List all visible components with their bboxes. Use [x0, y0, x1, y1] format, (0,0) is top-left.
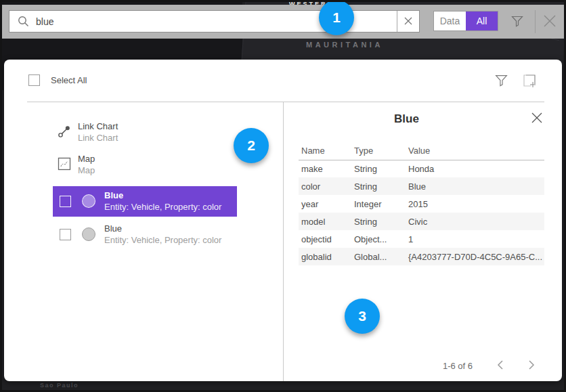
add-to-selection-button[interactable] — [521, 73, 538, 89]
result-title: Blue — [104, 223, 221, 234]
clear-search-button[interactable] — [397, 11, 419, 32]
detail-panel: Blue Name Type Value make Str — [284, 102, 562, 381]
annotation-callout-2: 2 — [234, 128, 269, 163]
close-search-button[interactable] — [541, 13, 559, 30]
x-close-icon — [542, 14, 557, 30]
results-panel: Select All — [4, 60, 562, 381]
cell-name: year — [299, 195, 351, 213]
cell-name: make — [299, 160, 351, 177]
close-detail-button[interactable] — [529, 111, 544, 126]
cell-name: model — [299, 213, 351, 230]
result-title: Blue — [104, 190, 221, 201]
x-clear-icon — [404, 16, 412, 28]
cell-type: String — [351, 213, 406, 230]
cell-value: {A4203777-D70D-4C5C-9A65-C... — [406, 248, 544, 265]
table-row[interactable]: color String Blue — [299, 177, 544, 195]
table-row[interactable]: objectid Object... 1 — [299, 230, 544, 248]
table-row[interactable]: model String Civic — [299, 213, 544, 230]
previous-page-button[interactable] — [497, 360, 504, 372]
toggle-option-all[interactable]: All — [466, 12, 498, 30]
cell-name: objectid — [299, 230, 351, 248]
entity-circle-icon — [82, 194, 95, 208]
detail-title: Blue — [284, 112, 529, 126]
cell-type: String — [351, 160, 406, 177]
list-item-blue[interactable]: Blue Entity: Vehicle, Property: color — [53, 219, 237, 250]
cell-value: Blue — [406, 177, 544, 195]
result-subtitle: Link Chart — [78, 132, 118, 144]
search-box — [9, 10, 420, 32]
result-subtitle: Entity: Vehicle, Property: color — [104, 201, 221, 213]
result-checkbox[interactable] — [60, 196, 71, 207]
result-checkbox[interactable] — [60, 229, 71, 240]
link-chart-icon — [58, 125, 71, 141]
list-item-link-chart[interactable]: Link Chart Link Chart — [53, 121, 256, 148]
pagination-label: 1-6 of 6 — [443, 361, 473, 371]
cell-type: String — [351, 177, 406, 195]
cell-name: globalid — [299, 248, 351, 265]
attribute-table: Name Type Value make String Honda color … — [299, 142, 544, 265]
annotation-callout-1: 1 — [319, 0, 354, 35]
select-all-row: Select All — [28, 74, 87, 86]
table-row[interactable]: year Integer 2015 — [299, 195, 544, 213]
funnel-filter-icon — [510, 14, 524, 30]
entity-circle-icon — [82, 227, 95, 241]
cell-type: Global... — [351, 248, 406, 265]
cell-name: color — [299, 177, 351, 195]
chevron-right-icon — [528, 360, 535, 372]
select-all-checkbox[interactable] — [28, 74, 40, 86]
map-label-sao-paulo: Sao Paulo — [40, 382, 79, 389]
annotation-callout-3: 3 — [345, 299, 380, 334]
result-subtitle: Map — [78, 165, 95, 176]
cell-value: 1 — [406, 230, 544, 248]
list-item-blue-selected[interactable]: Blue Entity: Vehicle, Property: color — [53, 186, 237, 217]
list-item-map[interactable]: Map Map — [53, 153, 256, 180]
toggle-option-data[interactable]: Data — [434, 12, 466, 30]
map-icon — [58, 157, 71, 173]
toolbar-divider — [535, 10, 536, 33]
app-window: WESTERN MAURITANIA Sao Paulo Data All — [0, 0, 566, 392]
filter-button[interactable] — [508, 13, 526, 30]
cell-value: Honda — [406, 160, 544, 177]
result-title: Link Chart — [78, 121, 118, 132]
chevron-left-icon — [497, 360, 504, 372]
cell-type: Integer — [351, 195, 406, 213]
square-plus-icon — [522, 73, 537, 90]
map-label-mauritania: MAURITANIA — [306, 41, 383, 49]
column-header-type: Type — [351, 142, 406, 160]
next-page-button[interactable] — [528, 360, 535, 372]
result-subtitle: Entity: Vehicle, Property: color — [104, 234, 221, 246]
search-icon — [18, 16, 29, 27]
scope-toggle: Data All — [433, 11, 498, 31]
result-title: Map — [78, 153, 95, 165]
table-row[interactable]: make String Honda — [299, 160, 544, 177]
x-close-icon — [531, 112, 543, 126]
cell-type: Object... — [351, 230, 406, 248]
filter-results-button[interactable] — [493, 73, 509, 89]
select-all-label: Select All — [51, 75, 87, 85]
column-header-name: Name — [299, 142, 351, 160]
column-header-value: Value — [406, 142, 544, 160]
table-row[interactable]: globalid Global... {A4203777-D70D-4C5C-9… — [299, 248, 544, 265]
search-toolbar: Data All — [2, 5, 564, 39]
cell-value: Civic — [406, 213, 544, 230]
pagination: 1-6 of 6 — [443, 360, 535, 372]
funnel-filter-icon — [494, 73, 508, 89]
cell-value: 2015 — [406, 195, 544, 213]
